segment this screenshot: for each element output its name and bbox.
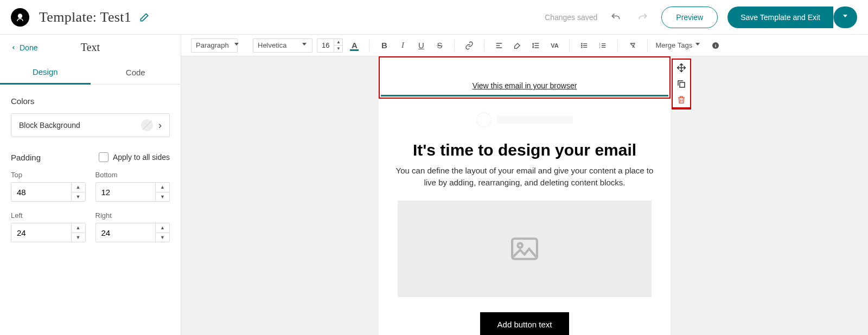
done-button[interactable]: Done — [11, 43, 37, 52]
padding-top-label: Top — [11, 171, 86, 179]
done-label: Done — [20, 43, 37, 52]
no-color-swatch-icon — [141, 119, 153, 131]
undo-icon[interactable] — [607, 9, 624, 26]
svg-text:3: 3 — [599, 46, 601, 48]
text-color-icon[interactable]: A — [347, 38, 361, 53]
duplicate-block-icon[interactable] — [673, 76, 690, 92]
block-background-row[interactable]: Block Background › — [11, 113, 170, 137]
tab-code[interactable]: Code — [91, 61, 181, 84]
top-bar: Template: Test1 Changes saved Preview Sa… — [0, 0, 868, 35]
step-up-icon[interactable]: ▲ — [156, 223, 169, 233]
save-template-dropdown[interactable] — [833, 7, 857, 28]
padding-section-label: Padding — [11, 153, 41, 162]
colors-section-label: Colors — [11, 96, 170, 106]
bullet-list-icon[interactable] — [577, 38, 591, 53]
text-toolbar: Paragraph Helvetica 16 ▲▼ A B I U S — [181, 35, 868, 56]
strikethrough-icon[interactable]: S — [432, 38, 446, 53]
padding-left-label: Left — [11, 211, 86, 220]
step-down-icon[interactable]: ▼ — [156, 192, 169, 202]
clear-formatting-icon[interactable] — [626, 38, 640, 53]
step-down-icon[interactable]: ▼ — [156, 233, 169, 242]
font-size-input[interactable]: 16 ▲▼ — [317, 38, 343, 53]
step-up-icon[interactable]: ▲ — [334, 39, 342, 46]
padding-bottom-label: Bottom — [95, 171, 170, 179]
align-icon[interactable] — [492, 38, 506, 53]
line-height-icon[interactable] — [529, 38, 543, 53]
logo-placeholder[interactable] — [391, 108, 659, 131]
step-up-icon[interactable]: ▲ — [72, 223, 85, 233]
chevron-down-icon — [695, 43, 701, 48]
email-cta-button[interactable]: Add button text — [480, 312, 570, 336]
page-title: Template: Test1 — [39, 9, 131, 25]
svg-text:i: i — [715, 43, 716, 48]
email-canvas[interactable]: View this email in your browser — [181, 56, 868, 335]
checkbox-icon — [99, 152, 108, 162]
svg-rect-9 — [680, 82, 685, 87]
view-in-browser-link[interactable]: View this email in your browser — [473, 81, 577, 90]
font-family-select[interactable]: Helvetica — [253, 38, 312, 53]
properties-sidebar: Done Text Design Code Colors Block Backg… — [0, 35, 181, 335]
tab-design[interactable]: Design — [0, 61, 91, 85]
block-background-label: Block Background — [19, 121, 80, 130]
selected-text-block[interactable]: View this email in your browser — [379, 56, 671, 99]
svg-point-2 — [582, 45, 582, 46]
edit-title-icon[interactable] — [139, 12, 150, 23]
bold-icon[interactable]: B — [377, 38, 391, 53]
underline-icon[interactable]: U — [414, 38, 428, 53]
step-up-icon[interactable]: ▲ — [156, 183, 169, 192]
save-template-combo: Save Template and Exit — [727, 7, 857, 28]
svg-point-3 — [582, 47, 582, 47]
chevron-down-icon — [302, 43, 308, 48]
padding-left-input[interactable]: ▲▼ — [11, 223, 86, 242]
move-block-icon[interactable] — [673, 60, 690, 76]
numbered-list-icon[interactable]: 123 — [596, 38, 610, 53]
svg-point-11 — [518, 243, 522, 247]
step-down-icon[interactable]: ▼ — [334, 46, 342, 52]
chevron-down-icon — [843, 15, 848, 20]
padding-top-input[interactable]: ▲▼ — [11, 182, 86, 202]
redo-icon[interactable] — [634, 9, 652, 26]
merge-tags-dropdown[interactable]: Merge Tags — [655, 41, 701, 49]
paragraph-style-select[interactable]: Paragraph — [191, 38, 238, 53]
image-placeholder[interactable] — [398, 201, 652, 297]
padding-bottom-input[interactable]: ▲▼ — [95, 182, 170, 202]
svg-point-0 — [18, 14, 22, 18]
letter-spacing-icon[interactable]: VA — [547, 38, 561, 53]
padding-right-value[interactable] — [96, 223, 156, 242]
padding-left-value[interactable] — [11, 223, 71, 242]
delete-block-icon[interactable] — [673, 92, 690, 108]
italic-icon[interactable]: I — [395, 38, 410, 53]
app-logo-icon — [11, 8, 29, 27]
padding-right-label: Right — [95, 211, 170, 220]
padding-bottom-value[interactable] — [96, 183, 156, 201]
chevron-down-icon — [234, 43, 239, 48]
step-down-icon[interactable]: ▼ — [72, 233, 85, 242]
padding-top-value[interactable] — [11, 183, 71, 201]
chevron-right-icon: › — [158, 120, 162, 131]
step-up-icon[interactable]: ▲ — [72, 183, 85, 192]
highlight-icon[interactable] — [510, 38, 525, 53]
email-heading[interactable]: It's time to design your email — [391, 141, 659, 159]
step-down-icon[interactable]: ▼ — [72, 192, 85, 202]
email-body[interactable]: It's time to design your email You can d… — [379, 99, 671, 335]
save-status: Changes saved — [545, 13, 597, 22]
block-tools — [672, 59, 691, 109]
apply-all-sides-checkbox[interactable]: Apply to all sides — [99, 152, 170, 162]
save-template-button[interactable]: Save Template and Exit — [727, 7, 833, 28]
panel-title: Text — [81, 41, 100, 54]
preview-button[interactable]: Preview — [661, 7, 718, 28]
apply-all-label: Apply to all sides — [113, 153, 170, 162]
link-icon[interactable] — [462, 38, 476, 53]
email-subtext[interactable]: You can define the layout of your email … — [391, 165, 659, 189]
svg-point-1 — [582, 43, 582, 44]
help-icon[interactable]: i — [709, 38, 723, 53]
padding-right-input[interactable]: ▲▼ — [95, 223, 170, 242]
